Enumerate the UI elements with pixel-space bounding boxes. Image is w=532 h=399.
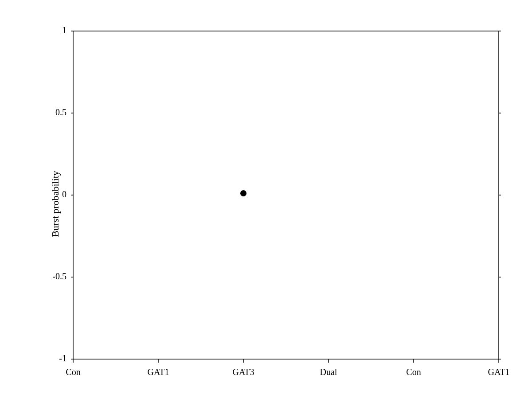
svg-text:GAT1: GAT1	[488, 367, 510, 377]
svg-text:1: 1	[62, 25, 66, 35]
svg-text:Con: Con	[406, 367, 421, 377]
chart-wrapper: Burst probability 1	[47, 22, 512, 386]
svg-text:-1: -1	[59, 353, 66, 363]
svg-text:Dual: Dual	[320, 367, 337, 377]
chart-container: Burst probability 1	[0, 0, 532, 399]
svg-text:0.5: 0.5	[55, 107, 66, 117]
svg-text:Con: Con	[66, 367, 80, 377]
chart-svg: 1 0.5 0 -0.5 -1	[47, 22, 512, 386]
chart-area: 1 0.5 0 -0.5 -1	[47, 22, 512, 386]
data-point-gat3	[240, 190, 246, 196]
svg-text:GAT1: GAT1	[148, 367, 169, 377]
svg-text:0: 0	[62, 189, 66, 199]
svg-text:GAT3: GAT3	[233, 367, 254, 377]
svg-text:-0.5: -0.5	[52, 271, 66, 281]
